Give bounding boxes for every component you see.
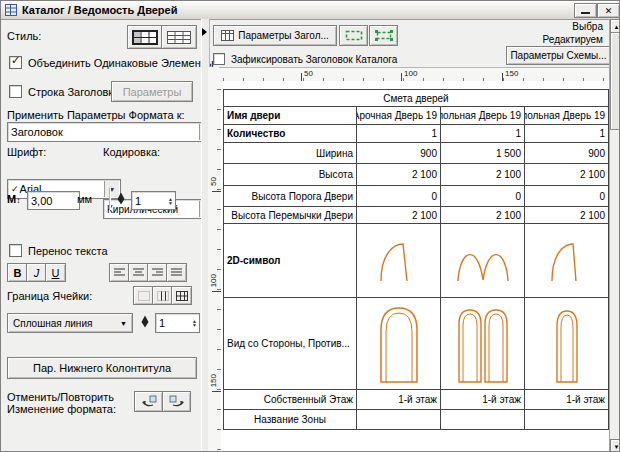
align-right-button[interactable] bbox=[147, 263, 168, 282]
row-label-cell[interactable]: Вид со Стороны, Против... bbox=[224, 298, 357, 390]
wrap-text-label: Перенос текста bbox=[28, 245, 108, 257]
font-size-field[interactable]: 3,00 bbox=[27, 191, 80, 210]
merge-elements-row: Объединить Одинаковые Элементы bbox=[9, 56, 214, 69]
lock-header-checkbox[interactable] bbox=[213, 53, 225, 65]
align-justify-button[interactable] bbox=[166, 263, 187, 282]
minimize-button[interactable] bbox=[574, 3, 597, 18]
table-cell[interactable]: 2 100 bbox=[357, 207, 441, 224]
table-cell[interactable]: 2 100 bbox=[525, 164, 609, 186]
table-row: Имя двери Арочная Дверь 19 Двупольная Дв… bbox=[224, 107, 609, 125]
scheme-params-button[interactable]: Параметры Схемы... bbox=[506, 46, 611, 65]
table-row: Название Зоны bbox=[224, 410, 609, 430]
border-pen-value: 1 bbox=[159, 317, 165, 329]
table-cell[interactable] bbox=[525, 298, 609, 390]
table-cell[interactable]: 1 bbox=[525, 125, 609, 143]
table-cell[interactable] bbox=[525, 224, 609, 298]
row-label-cell[interactable]: Высота Перемычки Двери bbox=[224, 207, 357, 224]
font-size-value: 3,00 bbox=[31, 195, 52, 207]
stepper-arrows-icon[interactable]: ▲▼ bbox=[168, 197, 173, 205]
merge-elements-label: Объединить Одинаковые Элементы bbox=[28, 57, 214, 69]
row-label-cell[interactable]: Имя двери bbox=[224, 107, 357, 125]
style-button-1[interactable] bbox=[127, 25, 163, 49]
marquee-handles-icon bbox=[374, 29, 394, 42]
close-button[interactable]: ✕ bbox=[597, 3, 620, 18]
pen-number-stepper[interactable]: 1 ▲▼ bbox=[131, 191, 176, 210]
underline-button[interactable]: U bbox=[45, 263, 66, 282]
stepper-arrows-icon[interactable]: ▲▼ bbox=[192, 319, 197, 327]
align-left-button[interactable] bbox=[109, 263, 130, 282]
table-title-cell[interactable]: Смета дверей bbox=[224, 90, 609, 107]
close-icon: ✕ bbox=[605, 6, 613, 16]
row-label-cell[interactable]: Высота Порога Двери bbox=[224, 186, 357, 207]
table-cell[interactable]: 2 100 bbox=[525, 207, 609, 224]
row-label-cell[interactable]: Ширина bbox=[224, 143, 357, 164]
header-row-params-button[interactable]: Параметры bbox=[111, 81, 193, 102]
border-none-button[interactable] bbox=[133, 286, 154, 305]
header-params-button[interactable]: Параметры Загол... bbox=[213, 25, 337, 46]
scroll-down-button[interactable]: ▼ bbox=[610, 439, 620, 452]
row-label-cell[interactable]: Количество bbox=[224, 125, 357, 143]
table-cell[interactable]: 2 100 bbox=[441, 164, 525, 186]
border-vertical-button[interactable] bbox=[152, 286, 173, 305]
table-cell[interactable]: 1 500 bbox=[441, 143, 525, 164]
table-cell[interactable]: 1 bbox=[357, 125, 441, 143]
align-right-icon bbox=[151, 267, 164, 278]
wrap-text-checkbox[interactable] bbox=[9, 244, 22, 257]
table-cell[interactable]: Двупольная Дверь 19 bbox=[441, 107, 525, 125]
bold-button[interactable]: B bbox=[7, 263, 28, 282]
scrollbar-thumb[interactable] bbox=[610, 32, 620, 130]
table-cell[interactable] bbox=[357, 410, 441, 430]
redo-format-button[interactable] bbox=[162, 391, 191, 412]
table-cell[interactable]: 900 bbox=[357, 143, 441, 164]
arrow-down-icon: ▼ bbox=[614, 444, 620, 450]
merge-elements-checkbox[interactable] bbox=[9, 56, 22, 69]
line-type-select[interactable]: Сплошная линия ▼ bbox=[7, 313, 133, 333]
double-door-elevation bbox=[453, 302, 513, 386]
table-style-icon bbox=[132, 30, 158, 45]
table-cell[interactable] bbox=[525, 410, 609, 430]
redo-icon bbox=[168, 395, 186, 408]
table-row: Количество 1 1 1 bbox=[224, 125, 609, 143]
table-cell[interactable]: 2 100 bbox=[357, 164, 441, 186]
table-cell[interactable]: 0 bbox=[441, 186, 525, 207]
border-all-button[interactable] bbox=[171, 286, 192, 305]
header-params-label: Параметры Загол... bbox=[238, 30, 329, 41]
row-label-cell[interactable]: Собственный Этаж bbox=[224, 390, 357, 410]
apply-format-select[interactable]: Заголовок ▼ bbox=[7, 122, 216, 142]
ruler-corner bbox=[208, 67, 219, 82]
row-label-cell[interactable]: 2D-символ bbox=[224, 224, 357, 298]
vertical-scrollbar[interactable]: ▲ ▼ bbox=[609, 19, 620, 452]
table-cell[interactable]: Арочная Дверь 19 bbox=[357, 107, 441, 125]
text-height-icon: M↕ bbox=[7, 193, 20, 205]
table-cell[interactable] bbox=[441, 410, 525, 430]
undo-format-button[interactable] bbox=[134, 391, 163, 412]
footer-params-button[interactable]: Пар. Нижнего Колонтитула bbox=[7, 357, 197, 379]
marquee-handles-button[interactable] bbox=[369, 25, 398, 46]
table-cell[interactable] bbox=[357, 298, 441, 390]
table-cell[interactable]: 1 bbox=[441, 125, 525, 143]
title-bar[interactable]: Каталог / Ведомость Дверей bbox=[1, 1, 619, 20]
table-cell[interactable]: 2 100 bbox=[441, 207, 525, 224]
style-button-2[interactable] bbox=[161, 25, 197, 49]
table-cell[interactable]: 1-й этаж bbox=[357, 390, 441, 410]
collapse-arrow-icon[interactable] bbox=[202, 28, 207, 36]
align-left-icon bbox=[113, 267, 126, 278]
header-row-checkbox[interactable] bbox=[9, 85, 22, 98]
table-cell[interactable] bbox=[357, 224, 441, 298]
table-cell[interactable]: 1-й этаж bbox=[525, 390, 609, 410]
table-cell[interactable]: 0 bbox=[525, 186, 609, 207]
marquee-button[interactable] bbox=[339, 25, 368, 46]
table-cell[interactable]: Однопольная Дверь 19 bbox=[525, 107, 609, 125]
schedule-canvas[interactable]: Смета дверей Имя двери Арочная Дверь 19 … bbox=[221, 81, 609, 452]
row-label-cell[interactable]: Высота bbox=[224, 164, 357, 186]
row-label-cell[interactable]: Название Зоны bbox=[224, 410, 357, 430]
align-center-button[interactable] bbox=[128, 263, 149, 282]
table-cell[interactable]: 900 bbox=[525, 143, 609, 164]
chevron-down-icon: ▼ bbox=[120, 320, 127, 327]
border-pen-stepper[interactable]: 1 ▲▼ bbox=[155, 313, 200, 333]
table-cell[interactable] bbox=[441, 298, 525, 390]
table-cell[interactable] bbox=[441, 224, 525, 298]
table-cell[interactable]: 0 bbox=[357, 186, 441, 207]
table-cell[interactable]: 1-й этаж bbox=[441, 390, 525, 410]
italic-button[interactable]: J bbox=[26, 263, 47, 282]
